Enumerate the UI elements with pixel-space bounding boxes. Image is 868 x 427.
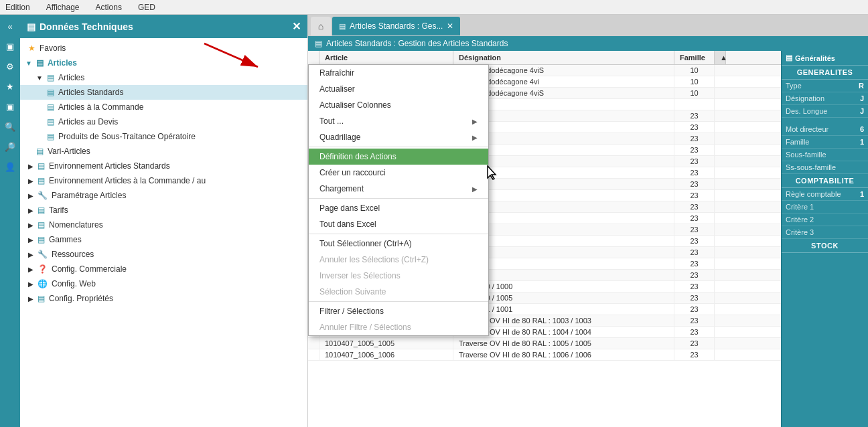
cell-famille: 23 bbox=[674, 156, 715, 167]
menu-item-tout-excel[interactable]: Tout dans Excel bbox=[309, 216, 488, 232]
sidebar-label-articles-sub: Articles bbox=[58, 73, 84, 82]
sidebar-item-articles-standards[interactable]: ▤ Articles Standards bbox=[20, 85, 307, 100]
collapse-icon[interactable]: « bbox=[1, 17, 19, 35]
config-web-icon: 🌐 bbox=[38, 279, 48, 288]
sidebar-item-env-articles-commande[interactable]: ▶ ▤ Environnement Articles à la Commande… bbox=[20, 173, 307, 188]
menu-item-annuler-selections: Annuler les Sélections (Ctrl+Z) bbox=[309, 252, 488, 268]
menu-item-page-excel[interactable]: Page dans Excel bbox=[309, 200, 488, 216]
cell-famille: 23 bbox=[674, 327, 715, 337]
sidebar-item-nomenclatures[interactable]: ▶ ▤ Nomenclatures bbox=[20, 218, 307, 232]
menu-edition[interactable]: Edition bbox=[5, 3, 30, 12]
menu-item-actualiser-colonnes[interactable]: Actualiser Colonnes bbox=[309, 97, 488, 113]
sidebar-item-config-web[interactable]: ▶ 🌐 Config. Web bbox=[20, 276, 307, 291]
sidebar-item-articles[interactable]: ▼ ▤ Articles bbox=[20, 56, 307, 70]
sidebar-item-config-commerciale[interactable]: ▶ ❓ Config. Commerciale bbox=[20, 262, 307, 276]
articles-standards-tab[interactable]: ▤ Articles Standards : Ges... ✕ bbox=[332, 17, 460, 35]
sidebar-content: ★ Favoris ▼ ▤ Articles ▼ ▤ Articles ▤ bbox=[20, 38, 307, 427]
props-row-critere1: Critère 1 bbox=[782, 201, 868, 214]
star-icon[interactable]: ★ bbox=[1, 78, 19, 95]
cell-famille: 23 bbox=[674, 224, 715, 235]
menu-ged[interactable]: GED bbox=[138, 3, 155, 12]
sidebar-label-env-articles-standards: Environnement Articles Standards bbox=[49, 161, 170, 171]
sidebar-item-env-articles-standards[interactable]: ▶ ▤ Environnement Articles Standards bbox=[20, 159, 307, 173]
star-icon: ★ bbox=[28, 44, 35, 53]
table-row[interactable]: 1010407_1005_1005 Traverse OV HI de 80 R… bbox=[308, 338, 781, 349]
sidebar-label-articles-commande: Articles à la Commande bbox=[58, 102, 143, 112]
chevron-icon: ▶ bbox=[28, 295, 33, 303]
tab-icon: ▤ bbox=[339, 22, 346, 31]
menu-label-annuler-selections: Annuler les Sélections (Ctrl+Z) bbox=[319, 255, 429, 264]
props-value-des-longue: J bbox=[860, 107, 864, 115]
cell-famille: 23 bbox=[674, 133, 715, 144]
menu-item-tout-selectionner[interactable]: Tout Sélectionner (Ctrl+A) bbox=[309, 236, 488, 252]
cell-famille: 23 bbox=[674, 315, 715, 326]
sidebar-label-config-web: Config. Web bbox=[52, 279, 96, 288]
ressources-icon: 🔧 bbox=[38, 250, 48, 259]
menu-item-creer-raccourci[interactable]: Créer un raccourci bbox=[309, 165, 488, 181]
row-color-cell bbox=[308, 349, 319, 360]
sidebar-item-config-proprietes[interactable]: ▶ ▤ Config. Propriétés bbox=[20, 291, 307, 306]
sidebar-close-button[interactable]: ✕ bbox=[292, 20, 301, 33]
chevron-icon: ▶ bbox=[28, 177, 33, 185]
users-icon[interactable]: 👤 bbox=[1, 158, 19, 175]
cell-famille: 23 bbox=[674, 304, 715, 315]
search2-icon[interactable]: 🔎 bbox=[1, 138, 19, 155]
menu-label-definition-actions: Définition des Actions bbox=[319, 152, 396, 161]
menu-item-definition-actions[interactable]: Définition des Actions bbox=[309, 149, 488, 165]
props-row-critere3: Critère 3 bbox=[782, 226, 868, 239]
menu-separator-2 bbox=[309, 198, 488, 199]
menu-label-tout: Tout ... bbox=[319, 116, 344, 126]
props-label-ss-sous-famille: Ss-sous-famille bbox=[786, 163, 836, 171]
sidebar-label-nomenclatures: Nomenclatures bbox=[49, 220, 103, 230]
menu-item-quadrillage[interactable]: Quadrillage ▶ bbox=[309, 129, 488, 145]
sidebar-item-parametrage-articles[interactable]: ▶ 🔧 Paramétrage Articles bbox=[20, 188, 307, 203]
articles-standards-icon: ▤ bbox=[47, 88, 54, 97]
sidebar-label-articles: Articles bbox=[48, 58, 77, 68]
home-icon[interactable]: ▣ bbox=[1, 37, 19, 55]
menu-actions[interactable]: Actions bbox=[96, 3, 122, 12]
sidebar-item-articles-sub[interactable]: ▼ ▤ Articles bbox=[20, 70, 307, 85]
sidebar-item-articles-commande[interactable]: ▤ Articles à la Commande bbox=[20, 100, 307, 114]
cell-famille: 23 bbox=[674, 258, 715, 269]
sidebar-label-produits: Produits de Sous-Traitance Opératoire bbox=[58, 132, 196, 141]
monitor-icon[interactable]: ▣ bbox=[1, 98, 19, 115]
home-tab-button[interactable]: ⌂ bbox=[311, 17, 331, 35]
chevron-icon: ▶ bbox=[28, 266, 33, 273]
th-famille: Famille bbox=[674, 51, 715, 64]
menu-item-chargement[interactable]: Chargement ▶ bbox=[309, 181, 488, 197]
menu-item-filtrer-selections[interactable]: Filtrer / Sélections bbox=[309, 303, 488, 319]
menu-item-rafraichir[interactable]: Rafraîchir bbox=[309, 65, 488, 81]
menu-label-filtrer-selections: Filtrer / Sélections bbox=[319, 307, 384, 316]
menu-item-tout[interactable]: Tout ... ▶ bbox=[309, 113, 488, 129]
menu-item-actualiser[interactable]: Actualiser bbox=[309, 81, 488, 97]
sidebar-item-ressources[interactable]: ▶ 🔧 Ressources bbox=[20, 247, 307, 262]
table-header: Article Désignation Famille ▲ bbox=[308, 51, 781, 65]
menu-affichage[interactable]: Affichage bbox=[46, 3, 80, 12]
menu-label-page-excel: Page dans Excel bbox=[319, 203, 380, 213]
window-title-bar: ▤ Articles Standards : Gestion des Artic… bbox=[308, 36, 868, 51]
search-icon[interactable]: 🔍 bbox=[1, 118, 19, 135]
articles-commande-icon: ▤ bbox=[47, 102, 54, 112]
chevron-icon: ▶ bbox=[28, 192, 33, 199]
sidebar-icon: ▤ bbox=[27, 21, 35, 32]
table-row[interactable]: 1010407_1006_1006 Traverse OV HI de 80 R… bbox=[308, 349, 781, 361]
props-label-designation: Désignation bbox=[786, 94, 824, 102]
sidebar-item-vari-articles[interactable]: ▤ Vari-Articles bbox=[20, 144, 307, 159]
sidebar-item-tarifs[interactable]: ▶ ▤ Tarifs bbox=[20, 203, 307, 218]
gear-icon[interactable]: ⚙ bbox=[1, 58, 19, 75]
cell-famille: 23 bbox=[674, 145, 715, 155]
props-row-mot-directeur: Mot directeur 6 bbox=[782, 123, 868, 136]
sidebar-item-articles-devis[interactable]: ▤ Articles au Devis bbox=[20, 114, 307, 129]
sort-icon: ▲ bbox=[720, 54, 727, 62]
menu-label-tout-excel: Tout dans Excel bbox=[319, 220, 376, 229]
sidebar-item-gammes[interactable]: ▶ ▤ Gammes bbox=[20, 232, 307, 247]
cell-article: 1010407_1006_1006 bbox=[319, 349, 453, 360]
cell-famille: 23 bbox=[674, 201, 715, 212]
sidebar-item-favoris[interactable]: ★ Favoris bbox=[20, 41, 307, 56]
cell-famille: 10 bbox=[674, 88, 715, 98]
cell-famille: 10 bbox=[674, 65, 715, 76]
props-value-type: R bbox=[859, 82, 864, 90]
sidebar-item-produits-sous-traitance[interactable]: ▤ Produits de Sous-Traitance Opératoire bbox=[20, 129, 307, 144]
tab-close-button[interactable]: ✕ bbox=[447, 21, 453, 31]
cell-designation: Traverse OV HI de 80 RAL : 1005 / 1005 bbox=[453, 338, 674, 349]
